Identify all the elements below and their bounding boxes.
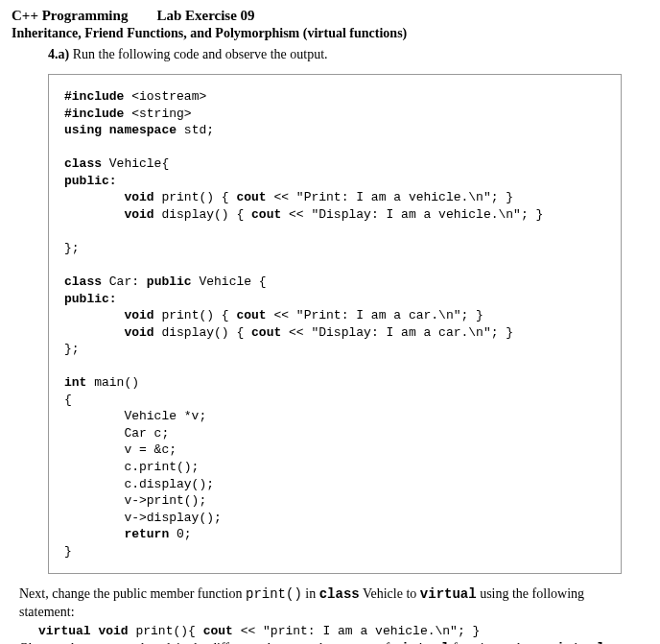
question-number: 4.a) — [48, 47, 69, 61]
question-instruction: 4.a) Run the following code and observe … — [48, 47, 648, 62]
question-text: Run the following code and observe the o… — [73, 47, 328, 61]
followup-paragraph-2: Observe the output and explain the diffe… — [19, 640, 641, 644]
followup-paragraph-1: Next, change the public member function … — [19, 585, 641, 622]
exercise-title: Lab Exercise 09 — [156, 8, 254, 23]
course-title: C++ Programming — [12, 8, 128, 23]
header-topic: Inheritance, Friend Functions, and Polym… — [12, 26, 648, 41]
header-line-1: C++ ProgrammingLab Exercise 09 — [12, 8, 648, 24]
virtual-statement: virtual void print(){ cout << "print: I … — [38, 624, 648, 638]
code-block: #include <iostream> #include <string> us… — [48, 74, 622, 574]
